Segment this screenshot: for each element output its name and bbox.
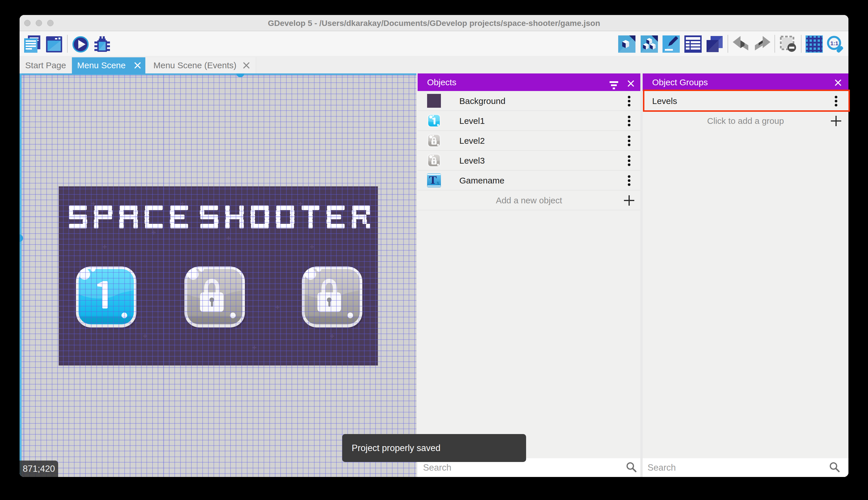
svg-text:1:1: 1:1 (830, 40, 838, 46)
svg-text:T: T (429, 173, 437, 186)
svg-text:x: x (437, 180, 439, 186)
